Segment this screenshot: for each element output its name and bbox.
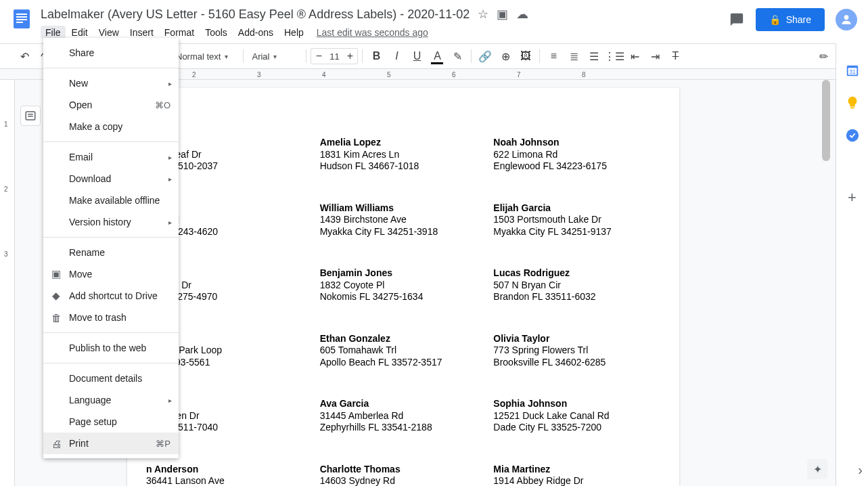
line-spacing-button[interactable]: ≣ bbox=[564, 47, 583, 66]
last-edit-link[interactable]: Last edit was seconds ago bbox=[317, 27, 428, 38]
decrease-fontsize-button[interactable]: − bbox=[311, 49, 326, 64]
menu-item-label: Page setup bbox=[69, 416, 117, 427]
image-button[interactable]: 🖼 bbox=[516, 47, 535, 66]
ruler-tick: 7 bbox=[517, 69, 521, 80]
trash-icon: 🗑 bbox=[50, 311, 62, 324]
address-label[interactable]: Mia Martinez1914 Abbey Ridge Dr bbox=[493, 464, 660, 487]
bold-button[interactable]: B bbox=[367, 47, 386, 66]
address-label[interactable]: Ethan Gonzalez605 Tomahawk TrlApollo Bea… bbox=[320, 333, 487, 369]
increase-fontsize-button[interactable]: + bbox=[342, 49, 357, 64]
ruler-tick: 6 bbox=[452, 69, 456, 80]
address-label[interactable]: William Williams1439 Birchstone AveMyakk… bbox=[320, 202, 487, 238]
menu-item-make-available-offline[interactable]: Make available offline bbox=[43, 190, 179, 211]
italic-button[interactable]: I bbox=[387, 47, 406, 66]
menu-item-page-setup[interactable]: Page setup bbox=[43, 411, 179, 433]
menu-edit[interactable]: Edit bbox=[67, 26, 93, 39]
menu-item-add-shortcut-to-drive[interactable]: ◆Add shortcut to Drive bbox=[43, 285, 179, 307]
outdent-button[interactable]: ⇤ bbox=[625, 47, 644, 66]
avatar[interactable] bbox=[836, 9, 857, 30]
menu-insert[interactable]: Insert bbox=[125, 26, 158, 39]
svg-rect-2 bbox=[16, 16, 27, 18]
bulleted-list-button[interactable]: ⋮☰ bbox=[605, 47, 624, 66]
menu-item-publish-to-the-web[interactable]: Publish to the web bbox=[43, 337, 179, 359]
menu-view[interactable]: View bbox=[94, 26, 124, 39]
menu-item-move[interactable]: ▣Move bbox=[43, 263, 179, 285]
address-label[interactable]: Amelia Lopez1831 Kim Acres LnHudson FL 3… bbox=[320, 137, 487, 173]
menu-item-version-history[interactable]: Version history bbox=[43, 211, 179, 233]
align-button[interactable]: ≡ bbox=[544, 47, 563, 66]
menu-item-download[interactable]: Download bbox=[43, 168, 179, 190]
star-icon[interactable]: ☆ bbox=[478, 7, 488, 22]
paragraph-style-select[interactable]: Normal text bbox=[172, 48, 239, 64]
vertical-scrollbar[interactable] bbox=[822, 80, 830, 486]
fontsize-input[interactable]: 11 bbox=[326, 51, 342, 62]
editing-mode-button[interactable]: ✏ bbox=[814, 47, 833, 66]
file-menu-dropdown: ShareNewOpen⌘OMake a copyEmailDownloadMa… bbox=[43, 38, 179, 458]
menu-format[interactable]: Format bbox=[160, 26, 199, 39]
menu-item-open[interactable]: Open⌘O bbox=[43, 94, 179, 116]
lock-icon: 🔒 bbox=[769, 14, 781, 25]
font-family-select[interactable]: Arial bbox=[248, 48, 302, 64]
address-label[interactable]: Olivia Taylor773 Spring Flowers TrlBrook… bbox=[493, 333, 660, 369]
share-button[interactable]: 🔒 Share bbox=[756, 8, 825, 31]
menu-item-document-details[interactable]: Document details bbox=[43, 368, 179, 389]
menu-item-label: Publish to the web bbox=[69, 343, 146, 353]
comment-history-icon[interactable] bbox=[729, 12, 745, 28]
move-icon: ▣ bbox=[50, 268, 62, 280]
svg-rect-1 bbox=[16, 14, 27, 15]
address-label[interactable]: Elijah Garcia1503 Portsmouth Lake DrMyak… bbox=[493, 202, 660, 238]
numbered-list-button[interactable]: ☰ bbox=[585, 47, 603, 66]
cloud-status-icon: ☁ bbox=[516, 7, 528, 22]
address-label[interactable]: Ava Garcia31445 Amberlea RdZephyrhills F… bbox=[320, 398, 487, 434]
menu-item-print[interactable]: 🖨Print⌘P bbox=[43, 433, 179, 454]
menu-separator bbox=[43, 332, 179, 333]
calendar-addon-icon[interactable]: 31 bbox=[844, 62, 861, 79]
keep-addon-icon[interactable] bbox=[844, 95, 861, 111]
link-button[interactable]: 🔗 bbox=[476, 47, 495, 66]
address-label[interactable]: Benjamin Jones1832 Coyote PlNokomis FL 3… bbox=[320, 267, 487, 303]
menu-separator bbox=[43, 141, 179, 142]
print-icon: 🖨 bbox=[50, 437, 62, 449]
menu-tools[interactable]: Tools bbox=[200, 26, 232, 39]
text-color-button[interactable]: A bbox=[428, 47, 447, 66]
ruler-tick: 8 bbox=[582, 69, 586, 80]
comment-button[interactable]: ⊕ bbox=[496, 47, 515, 66]
indent-button[interactable]: ⇥ bbox=[645, 47, 664, 66]
address-label[interactable]: Charlotte Thomas14603 Sydney Rd bbox=[320, 464, 487, 487]
menu-item-label: Download bbox=[69, 173, 111, 184]
doc-title[interactable]: Labelmaker (Avery US Letter - 5160 Easy … bbox=[41, 7, 470, 22]
menu-item-move-to-trash[interactable]: 🗑Move to trash bbox=[43, 307, 179, 328]
vertical-ruler[interactable]: 123 bbox=[0, 80, 15, 486]
menu-add-ons[interactable]: Add-ons bbox=[233, 26, 278, 39]
clear-format-button[interactable]: T bbox=[666, 47, 685, 66]
side-panel-toggle[interactable]: › bbox=[858, 462, 863, 478]
highlight-button[interactable]: ✎ bbox=[448, 47, 467, 66]
address-label[interactable]: Lucas Rodriguez507 N Bryan CirBrandon FL… bbox=[493, 267, 660, 303]
tasks-addon-icon[interactable] bbox=[844, 127, 861, 143]
menu-item-make-a-copy[interactable]: Make a copy bbox=[43, 116, 179, 137]
svg-rect-4 bbox=[16, 22, 23, 23]
menu-item-label: Rename bbox=[69, 247, 105, 258]
menu-item-label: Move to trash bbox=[69, 312, 127, 323]
underline-button[interactable]: U bbox=[407, 47, 426, 66]
move-folder-icon[interactable]: ▣ bbox=[497, 7, 508, 22]
menu-item-new[interactable]: New bbox=[43, 72, 179, 94]
document-outline-button[interactable] bbox=[20, 106, 41, 126]
menu-item-language[interactable]: Language bbox=[43, 389, 179, 411]
explore-button[interactable]: ✦ bbox=[807, 459, 827, 479]
document-page[interactable]: SmithPalm Leaf Drn FL 33510-2037Amelia L… bbox=[127, 88, 679, 486]
menu-file[interactable]: File bbox=[41, 26, 66, 39]
ruler-tick: 5 bbox=[387, 69, 391, 80]
docs-logo-icon[interactable] bbox=[8, 5, 35, 32]
menu-item-rename[interactable]: Rename bbox=[43, 242, 179, 263]
address-label[interactable]: Noah Johnson622 Limona RdEnglewood FL 34… bbox=[493, 137, 660, 173]
svg-point-5 bbox=[844, 15, 849, 20]
get-addons-button[interactable]: + bbox=[844, 190, 861, 206]
menu-item-share[interactable]: Share bbox=[43, 42, 179, 64]
undo-button[interactable]: ↶ bbox=[15, 47, 34, 66]
menu-item-label: Print bbox=[69, 438, 89, 449]
menu-item-email[interactable]: Email bbox=[43, 146, 179, 168]
menu-help[interactable]: Help bbox=[279, 26, 309, 39]
address-label[interactable]: Sophia Johnson12521 Duck Lake Canal RdDa… bbox=[493, 398, 660, 434]
address-label[interactable]: n Anderson36441 Lanson Ave bbox=[146, 464, 313, 487]
